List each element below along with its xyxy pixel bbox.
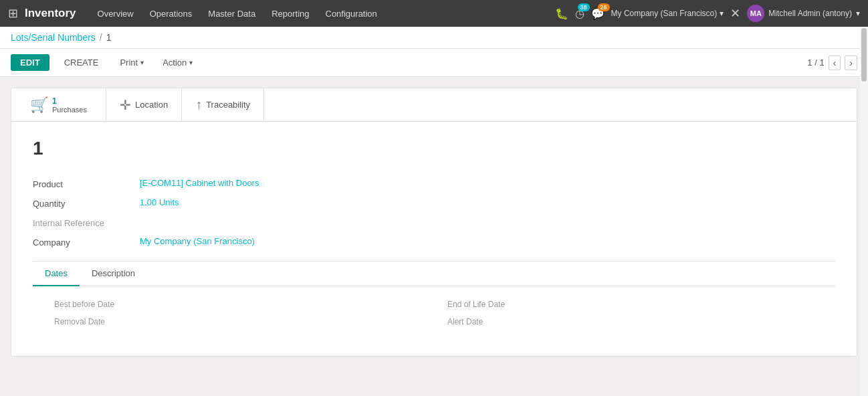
user-dropdown-arrow: ▾ [856, 9, 860, 18]
nav-right: 🐛 ◷ 38 💬 26 My Company (San Francisco) ▾… [555, 5, 860, 22]
toolbar-right: 1 / 1 ‹ › [807, 56, 857, 70]
print-arrow: ▾ [140, 59, 144, 66]
bottom-tabs: Dates Description Best before Date End o… [33, 261, 835, 340]
end-of-life-field: End of Life Date [447, 300, 814, 309]
action-arrow: ▾ [189, 59, 193, 66]
company-selector[interactable]: My Company (San Francisco) ▾ [611, 9, 724, 18]
internal-ref-value [140, 217, 367, 228]
nav-overview[interactable]: Overview [90, 0, 142, 27]
best-before-label: Best before Date [54, 300, 421, 309]
company-label: Company [33, 236, 140, 248]
removal-date-field: Removal Date [54, 317, 421, 326]
nav-operations[interactable]: Operations [142, 0, 201, 27]
tabs-header: Dates Description [33, 262, 835, 286]
breadcrumb-separator: / [100, 32, 102, 43]
action-label: Action [162, 58, 187, 68]
quantity-label: Quantity [33, 197, 140, 209]
traceability-label: Traceability [206, 100, 250, 110]
traceability-icon: ↑ [195, 97, 202, 112]
removal-date-label: Removal Date [54, 317, 421, 326]
alert-date-label: Alert Date [447, 317, 814, 326]
tab-content-dates: Best before Date End of Life Date Remova… [33, 286, 835, 340]
breadcrumb-current: 1 [106, 32, 112, 43]
cart-icon: 🛒 [30, 96, 48, 114]
record-number: 1 [33, 138, 835, 159]
nav-reporting[interactable]: Reporting [263, 0, 317, 27]
edit-button[interactable]: EDIT [11, 54, 49, 71]
record-body: 1 Product [E-COM11] Cabinet with Doors Q… [11, 122, 857, 356]
breadcrumb: Lots/Serial Numbers / 1 [0, 27, 868, 49]
purchases-smart-button[interactable]: 🛒 1 Purchases [11, 88, 106, 121]
tab-description[interactable]: Description [80, 262, 147, 286]
company-dropdown-arrow: ▾ [720, 9, 724, 18]
avatar: MA [747, 5, 764, 22]
toolbar: EDIT CREATE Print ▾ Action ▾ 1 / 1 ‹ › [0, 49, 868, 77]
app-grid-icon[interactable]: ⊞ [8, 6, 18, 21]
clock-badge: 38 [578, 3, 590, 11]
quantity-value[interactable]: 1.00 Units [140, 197, 367, 209]
product-value[interactable]: [E-COM11] Cabinet with Doors [140, 178, 367, 189]
purchases-count: 1 [52, 96, 87, 106]
best-before-field: Best before Date [54, 300, 421, 309]
tab-dates[interactable]: Dates [33, 262, 80, 286]
action-button[interactable]: Action ▾ [156, 54, 199, 71]
end-of-life-label: End of Life Date [447, 300, 814, 309]
bug-icon[interactable]: 🐛 [555, 7, 568, 20]
nav-master-data[interactable]: Master Data [200, 0, 263, 27]
main-content: 🛒 1 Purchases ✛ Location ↑ Traceability … [0, 77, 868, 367]
location-icon: ✛ [120, 97, 131, 113]
company-name: My Company (San Francisco) [611, 9, 718, 18]
pagination-prev[interactable]: ‹ [829, 56, 841, 70]
purchases-label: Purchases [52, 106, 87, 114]
clock-icon[interactable]: ◷ 38 [575, 7, 584, 20]
chat-icon[interactable]: 💬 26 [591, 7, 605, 20]
nav-configuration[interactable]: Configuration [318, 0, 385, 27]
print-button[interactable]: Print ▾ [113, 54, 150, 71]
smart-buttons-bar: 🛒 1 Purchases ✛ Location ↑ Traceability [11, 88, 857, 122]
create-button[interactable]: CREATE [55, 54, 108, 71]
user-area[interactable]: MA Mitchell Admin (antony) ▾ [747, 5, 860, 22]
product-label: Product [33, 178, 140, 189]
alert-date-field: Alert Date [447, 317, 814, 326]
record-card: 🛒 1 Purchases ✛ Location ↑ Traceability … [11, 88, 857, 357]
app-title: Inventory [25, 7, 76, 20]
close-button[interactable]: ✕ [730, 6, 740, 21]
location-smart-button[interactable]: ✛ Location [106, 88, 182, 121]
top-navigation: ⊞ Inventory Overview Operations Master D… [0, 0, 868, 27]
user-name: Mitchell Admin (antony) [768, 9, 852, 18]
scrollbar[interactable] [860, 27, 868, 367]
chat-badge: 26 [598, 3, 610, 11]
field-group: Product [E-COM11] Cabinet with Doors Qua… [33, 178, 367, 248]
nav-links: Overview Operations Master Data Reportin… [90, 0, 555, 27]
internal-ref-label: Internal Reference [33, 217, 140, 228]
company-value[interactable]: My Company (San Francisco) [140, 236, 367, 248]
traceability-smart-button[interactable]: ↑ Traceability [182, 88, 264, 121]
pagination-info: 1 / 1 [807, 58, 824, 68]
pagination-next[interactable]: › [845, 56, 857, 70]
location-label: Location [135, 100, 168, 110]
dates-grid: Best before Date End of Life Date Remova… [54, 300, 814, 326]
breadcrumb-parent[interactable]: Lots/Serial Numbers [11, 32, 96, 43]
print-label: Print [120, 58, 138, 68]
scrollbar-thumb[interactable] [861, 28, 867, 82]
